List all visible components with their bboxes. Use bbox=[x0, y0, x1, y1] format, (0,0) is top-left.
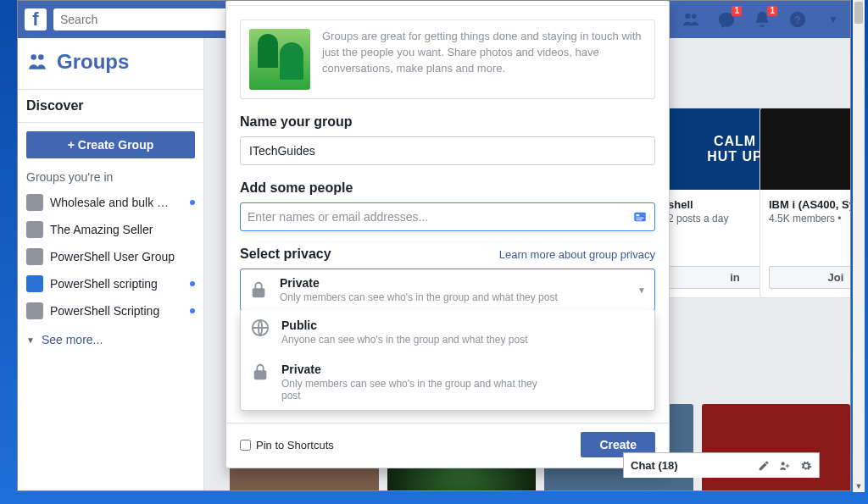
privacy-option-private[interactable]: Private Only members can see who's in th… bbox=[241, 354, 654, 410]
dropdown-icon[interactable]: ▼ bbox=[823, 9, 843, 30]
intro-illustration bbox=[249, 29, 310, 90]
group-label: PowerShell scripting bbox=[50, 277, 185, 291]
option-sub: Anyone can see who's in the group and wh… bbox=[281, 334, 527, 346]
group-label: PowerShell User Group bbox=[50, 250, 195, 263]
group-thumb-icon bbox=[26, 275, 43, 292]
chat-label: Chat (18) bbox=[631, 459, 678, 472]
notifications-icon[interactable]: 1 bbox=[752, 9, 772, 30]
discover-link[interactable]: Discover bbox=[18, 89, 203, 123]
friend-requests-icon[interactable] bbox=[681, 9, 701, 30]
help-icon[interactable]: ? bbox=[787, 9, 808, 30]
group-thumb-icon bbox=[26, 248, 43, 265]
privacy-header: Select privacy Learn more about group pr… bbox=[226, 231, 669, 269]
option-title: Public bbox=[281, 318, 527, 332]
option-sub: Only members can see who's in the group … bbox=[281, 378, 553, 402]
sidebar-group-item[interactable]: PowerShell scripting bbox=[18, 270, 203, 297]
create-group-button[interactable]: + Create Group bbox=[26, 131, 195, 158]
scrollbar-thumb[interactable] bbox=[854, 2, 863, 24]
pin-to-shortcuts-checkbox[interactable]: Pin to Shortcuts bbox=[240, 439, 334, 451]
modal-footer: Pin to Shortcuts Create bbox=[226, 423, 669, 457]
svg-text:?: ? bbox=[794, 14, 800, 26]
add-people-icon[interactable] bbox=[778, 460, 792, 472]
messages-icon[interactable]: 1 bbox=[716, 9, 737, 30]
group-thumb-icon bbox=[26, 302, 43, 319]
group-card-title: IBM i (AS400, System i) Gro bbox=[769, 198, 851, 211]
pin-checkbox-input[interactable] bbox=[240, 440, 251, 451]
option-title: Private bbox=[281, 363, 553, 376]
name-group-label: Name your group bbox=[226, 99, 669, 136]
group-label: PowerShell Scripting bbox=[50, 304, 185, 318]
privacy-selected-sub: Only members can see who's in the group … bbox=[280, 291, 637, 303]
sidebar: Groups Discover + Create Group Groups yo… bbox=[18, 38, 204, 490]
chat-dock[interactable]: Chat (18) bbox=[623, 452, 820, 478]
group-label: The Amazing Seller bbox=[50, 223, 195, 236]
add-people-field[interactable] bbox=[240, 202, 655, 231]
privacy-learn-more-link[interactable]: Learn more about group privacy bbox=[499, 248, 655, 261]
group-thumb-icon bbox=[26, 194, 43, 211]
add-people-label: Add some people bbox=[226, 165, 669, 202]
unread-dot-icon bbox=[190, 200, 195, 205]
modal-top-border bbox=[226, 1, 669, 6]
unread-dot-icon bbox=[190, 281, 195, 286]
compose-icon[interactable] bbox=[758, 460, 770, 472]
suggested-group-card[interactable]: IBM i (AS400, System i) Gro 4.5K members… bbox=[760, 108, 851, 298]
privacy-selected-title: Private bbox=[280, 276, 637, 290]
sidebar-header: Groups bbox=[18, 38, 203, 89]
sidebar-group-item[interactable]: Wholesale and bulk … bbox=[18, 189, 203, 216]
group-label: Wholesale and bulk … bbox=[50, 196, 185, 209]
globe-icon bbox=[251, 318, 270, 337]
group-thumbnail[interactable] bbox=[702, 404, 851, 491]
chevron-down-icon: ▼ bbox=[26, 335, 35, 345]
add-people-input[interactable] bbox=[248, 210, 632, 224]
group-cover-image bbox=[760, 108, 851, 190]
scroll-down-arrow[interactable]: ▼ bbox=[853, 480, 865, 492]
svg-rect-3 bbox=[637, 214, 640, 216]
groups-youre-in-label: Groups you're in bbox=[18, 170, 203, 189]
page-root: f 1 1 ? ▼ Groups Discover + Cre bbox=[17, 0, 851, 491]
privacy-option-public[interactable]: Public Anyone can see who's in the group… bbox=[241, 310, 654, 354]
group-card-meta: 4.5K members • bbox=[769, 213, 851, 224]
lock-icon bbox=[251, 363, 270, 381]
sidebar-group-item[interactable]: PowerShell Scripting bbox=[18, 297, 203, 324]
privacy-dropdown: Public Anyone can see who's in the group… bbox=[240, 310, 655, 411]
select-privacy-label: Select privacy bbox=[240, 246, 331, 262]
chat-actions bbox=[758, 460, 812, 472]
page-scrollbar[interactable]: ▼ bbox=[853, 0, 865, 492]
topbar-right: 1 1 ? ▼ bbox=[681, 9, 843, 30]
create-group-modal: Groups are great for getting things done… bbox=[225, 0, 670, 468]
group-name-input[interactable] bbox=[240, 136, 655, 165]
intro-text: Groups are great for getting things done… bbox=[322, 29, 646, 90]
gear-icon[interactable] bbox=[800, 460, 812, 472]
sidebar-group-item[interactable]: The Amazing Seller bbox=[18, 216, 203, 243]
unread-dot-icon bbox=[190, 308, 195, 313]
sidebar-title: Groups bbox=[57, 50, 129, 74]
see-more-link[interactable]: ▼See more... bbox=[18, 324, 203, 355]
messages-badge: 1 bbox=[732, 6, 742, 16]
join-button[interactable]: Joi bbox=[769, 266, 851, 289]
pin-label: Pin to Shortcuts bbox=[256, 439, 334, 451]
sidebar-group-item[interactable]: PowerShell User Group bbox=[18, 243, 203, 270]
group-thumb-icon bbox=[26, 221, 43, 238]
svg-rect-4 bbox=[637, 218, 644, 219]
notifications-badge: 1 bbox=[767, 6, 777, 16]
facebook-logo[interactable]: f bbox=[25, 8, 47, 30]
svg-rect-5 bbox=[637, 219, 643, 220]
chevron-down-icon: ▼ bbox=[637, 285, 646, 295]
name-tag-icon[interactable] bbox=[632, 209, 648, 224]
lock-icon bbox=[249, 280, 268, 299]
modal-intro: Groups are great for getting things done… bbox=[240, 19, 655, 99]
privacy-select[interactable]: Private Only members can see who's in th… bbox=[240, 269, 655, 311]
